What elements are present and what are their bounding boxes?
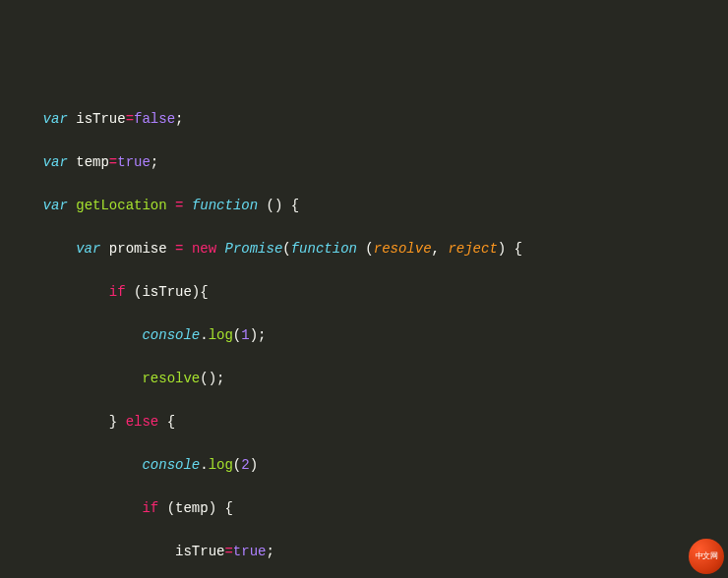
- code-line: if (isTrue){: [10, 281, 718, 303]
- code-line: var isTrue=false;: [10, 108, 718, 130]
- code-line: var promise = new Promise(function (reso…: [10, 238, 718, 260]
- code-line: } else {: [10, 411, 718, 433]
- code-line: var temp=true;: [10, 151, 718, 173]
- code-line: if (temp) {: [10, 497, 718, 519]
- code-line: isTrue=true;: [10, 541, 718, 562]
- code-line: console.log(2): [10, 454, 718, 476]
- code-line: var getLocation = function () {: [10, 195, 718, 216]
- code-editor[interactable]: var isTrue=false; var temp=true; var get…: [10, 87, 718, 578]
- watermark-logo: 中文网: [689, 539, 724, 574]
- code-line: console.log(1);: [10, 324, 718, 346]
- code-line: resolve();: [10, 368, 718, 389]
